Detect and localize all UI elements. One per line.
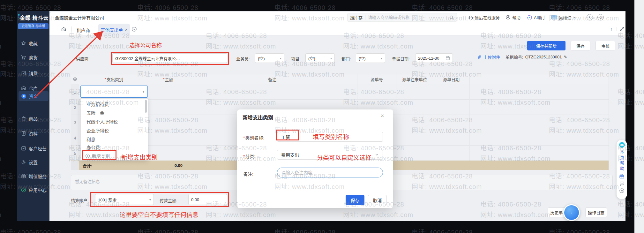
- sidebar-item-data[interactable]: 资料: [17, 128, 49, 139]
- funds-yuan-icon: [21, 94, 26, 99]
- supplier-label: 供应商:: [76, 56, 90, 62]
- save-and-new-button[interactable]: 保存并新增: [527, 41, 565, 50]
- history-button[interactable]: 历史单: [548, 207, 565, 217]
- modal-save-button[interactable]: 保存: [346, 195, 364, 205]
- header-source-no[interactable]: 源单号: [357, 74, 396, 84]
- cart-icon: [21, 55, 26, 60]
- payment-amount-input[interactable]: 0.00: [188, 194, 227, 205]
- column-divider: [433, 84, 433, 161]
- robot-help-icon[interactable]: [619, 142, 625, 148]
- tab-other-expense-label: 其他支出单: [101, 26, 123, 33]
- collapse-panel-icon[interactable]: [619, 188, 625, 193]
- sidebar-item-goods[interactable]: 商品: [17, 113, 49, 124]
- sidebar-item-label: 增值服务: [29, 173, 47, 179]
- sidebar-item-label: 商品: [29, 115, 38, 122]
- salesman-select[interactable]: (空)▾: [255, 53, 284, 63]
- column-divider: [149, 84, 149, 161]
- required-mark: *: [105, 77, 106, 82]
- search-icon[interactable]: [449, 15, 454, 20]
- total-label: 合计:: [83, 162, 92, 169]
- operation-log-button[interactable]: 操作日志: [585, 207, 607, 217]
- header-source-date[interactable]: 源单日期: [433, 74, 469, 84]
- annotation-fill-name: 填写类别名称: [313, 132, 349, 141]
- search-scope-label: 搜库存: [350, 14, 363, 20]
- resize-handle[interactable]: [609, 186, 611, 189]
- add-category-label: 新增类别: [92, 153, 110, 159]
- ai-assistant-link[interactable]: AI助手: [527, 14, 546, 21]
- dropdown-item[interactable]: 办公费: [81, 143, 148, 152]
- edit-doc-number-icon[interactable]: ✎: [564, 55, 567, 59]
- header-note[interactable]: 备注: [187, 74, 357, 84]
- tab-other-expense[interactable]: 其他支出单 ×: [98, 24, 130, 36]
- payment-amount-label: 付款金额:: [160, 197, 177, 203]
- ai-assistant-icon: [527, 15, 532, 20]
- upload-attachment-link[interactable]: 上传附件: [477, 54, 500, 60]
- dropdown-item[interactable]: 业务招待费: [81, 100, 148, 109]
- sidebar-item-customer[interactable]: 客户经营: [17, 143, 49, 154]
- header-expense-category[interactable]: * 支出类别: [79, 74, 149, 84]
- sidebar-item-sales[interactable]: 销货: [17, 68, 49, 78]
- department-select[interactable]: (空)▾: [356, 53, 385, 63]
- help-link[interactable]: 帮助: [505, 14, 520, 21]
- power-button[interactable]: [597, 14, 604, 21]
- dropdown-item[interactable]: 五险一金: [81, 109, 148, 117]
- fullscreen-icon[interactable]: [620, 27, 624, 33]
- modal-note-field[interactable]: [281, 170, 379, 175]
- total-row-head: [71, 161, 79, 170]
- row-number: 3: [71, 115, 79, 130]
- audit-button[interactable]: 审核: [595, 41, 615, 50]
- scroll-top-icon[interactable]: ↑: [610, 26, 613, 32]
- service-float-button[interactable]: --:--: [563, 204, 580, 221]
- back-button[interactable]: [587, 14, 593, 21]
- header-label: 金额: [165, 76, 173, 82]
- header-source-party[interactable]: 源单往来单位: [396, 74, 433, 84]
- modal-close-icon[interactable]: ×: [381, 113, 384, 119]
- sidebar-item-purchase[interactable]: 购货: [17, 52, 49, 63]
- sidebar-item-app-center[interactable]: 应用中心: [17, 185, 49, 195]
- doc-number: 单据编号: QTZC20251230001 ✎: [505, 54, 567, 60]
- modal-note-label: 备注:: [243, 171, 253, 177]
- dropdown-scrollbar[interactable]: [145, 100, 147, 113]
- settle-account-value: 1001 现金: [98, 197, 117, 203]
- search-input[interactable]: [368, 15, 446, 20]
- chevron-down-icon: ▾: [330, 56, 332, 60]
- column-settings-header[interactable]: [71, 74, 79, 84]
- project-select[interactable]: (空)▾: [305, 53, 335, 63]
- row-number: 5: [71, 146, 79, 161]
- home-tab[interactable]: [61, 26, 66, 33]
- save-button[interactable]: 保存: [571, 41, 590, 50]
- page-help-widget[interactable]: 本页帮助: [617, 140, 627, 199]
- header-label: 备注: [268, 76, 276, 82]
- page-help-label[interactable]: 本页帮助: [619, 150, 625, 172]
- doc-date-field[interactable]: 2025-12-30: [415, 53, 453, 63]
- dropdown-item[interactable]: 企业所得税: [81, 127, 148, 135]
- settle-account-label: 结算账户:: [71, 197, 89, 203]
- dropdown-item[interactable]: 利息: [81, 135, 148, 144]
- dropdown-item[interactable]: 代缴个人所得税: [81, 118, 148, 126]
- department-label: 部门:: [341, 56, 351, 62]
- tab-supplier[interactable]: 供应商: [77, 27, 90, 33]
- label-text: 类别名称:: [245, 135, 264, 140]
- close-tab-icon[interactable]: ×: [125, 27, 127, 32]
- annotation-select-company: 选择公司名称: [129, 41, 162, 49]
- modal-title: 新增支出类别: [243, 113, 273, 121]
- expense-category-select[interactable]: ▾: [80, 86, 148, 98]
- header-amount[interactable]: * 金额: [149, 74, 187, 84]
- modal-note-input[interactable]: [277, 168, 383, 177]
- table-row[interactable]: 1: [71, 84, 609, 99]
- user-menu[interactable]: 吴维仁: [551, 14, 576, 21]
- gift-icon[interactable]: [619, 174, 625, 179]
- sidebar-item-funds[interactable]: 资金: [17, 91, 49, 101]
- inventory-search[interactable]: 搜库存: [347, 13, 457, 22]
- modal-cancel-button[interactable]: 取消: [368, 195, 387, 205]
- sidebar-item-value-added[interactable]: 增值服务: [17, 171, 49, 181]
- category-type-label: *分类:: [243, 153, 255, 159]
- after-sales-service-link[interactable]: 售后在线服务: [468, 14, 500, 21]
- sidebar-item-favorites[interactable]: 收藏: [17, 38, 49, 49]
- supplier-field[interactable]: GYS0002 金蝶蝶金云计算有限公…: [112, 53, 227, 63]
- sidebar-item-settings[interactable]: 设置: [17, 157, 49, 167]
- tab-list-icon[interactable]: [131, 26, 137, 33]
- label-text: 分类:: [245, 154, 255, 159]
- settle-account-select[interactable]: 1001 现金 ▾: [95, 194, 154, 205]
- feedback-chat-icon[interactable]: [619, 181, 625, 186]
